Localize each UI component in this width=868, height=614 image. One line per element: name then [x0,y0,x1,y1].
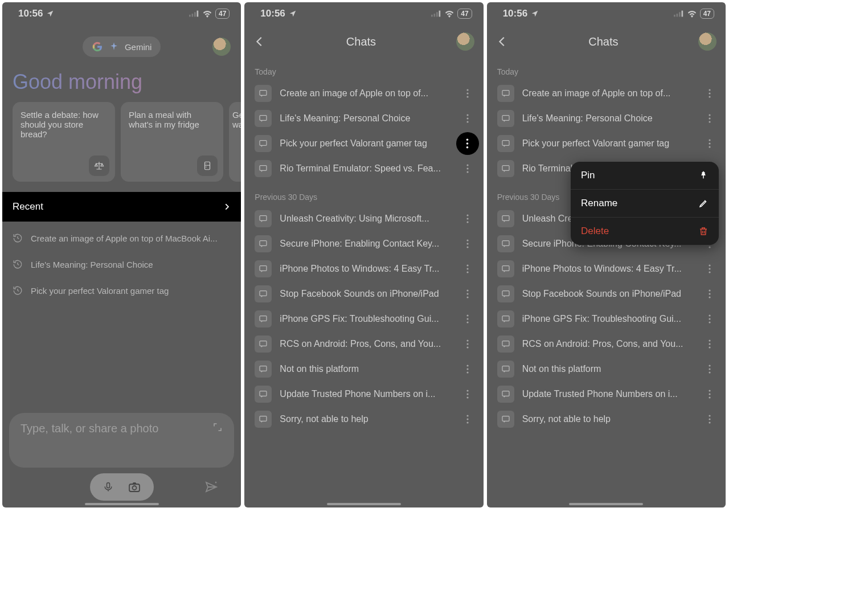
chat-item[interactable]: RCS on Android: Pros, Cons, and You... [244,331,483,357]
battery-level: 47 [457,9,472,19]
more-button[interactable] [460,386,476,402]
status-time: 10:56 [18,8,43,19]
svg-point-53 [466,365,468,366]
chat-item[interactable]: Update Trusted Phone Numbers on i... [244,382,483,407]
chevron-right-icon [223,201,231,212]
expand-icon[interactable] [212,422,223,432]
svg-point-7 [132,486,136,490]
chat-item[interactable]: Stop Facebook Sounds on iPhone/iPad [244,281,483,306]
svg-point-27 [466,171,468,173]
chat-item[interactable]: iPhone Photos to Windows: 4 Easy Tr... [244,256,483,281]
chat-item[interactable]: Create an image of Apple on top of... [487,81,726,106]
svg-rect-52 [260,366,267,371]
more-button[interactable] [460,110,476,126]
chat-item[interactable]: Pick your perfect Valorant gamer tag [487,131,726,156]
chat-icon [255,335,272,353]
more-button[interactable] [702,336,718,352]
more-button[interactable] [702,411,718,427]
chat-item[interactable]: iPhone GPS Fix: Troubleshooting Gui... [487,306,726,331]
chat-item[interactable]: Not on this platform [487,357,726,382]
svg-rect-109 [502,391,509,396]
more-button[interactable] [702,311,718,327]
chat-icon [255,386,272,403]
chat-icon [497,235,514,252]
chat-item[interactable]: iPhone Photos to Windows: 4 Easy Tr... [487,256,726,281]
chat-item[interactable]: Secure iPhone: Enabling Contact Key... [244,231,483,256]
chat-icon [255,160,272,177]
svg-point-22 [466,142,469,145]
recent-header[interactable]: Recent [2,192,241,222]
avatar[interactable] [456,32,474,51]
chat-icon [497,386,514,403]
svg-point-17 [466,114,468,116]
more-button[interactable] [702,261,718,277]
avatar[interactable] [698,32,716,51]
suggestion-card[interactable]: Plan a meal with what's in my fridge [121,102,223,182]
section-label: Today [244,56,483,81]
suggestion-card[interactable]: Ge wa [229,102,241,182]
chat-item[interactable]: iPhone GPS Fix: Troubleshooting Gui... [244,306,483,331]
more-button[interactable] [460,286,476,302]
svg-point-19 [466,121,468,122]
back-button[interactable] [496,35,509,48]
svg-point-57 [466,390,468,391]
svg-rect-113 [502,416,509,421]
svg-point-106 [709,365,710,366]
send-icon[interactable] [204,480,218,494]
chat-item[interactable]: Create an image of Apple on top of... [244,81,483,106]
more-button[interactable] [460,361,476,377]
svg-point-25 [466,164,468,166]
chat-item[interactable]: Life's Meaning: Personal Choice [244,106,483,131]
more-button[interactable] [460,161,476,177]
recent-item[interactable]: Pick your perfect Valorant gamer tag [13,277,231,304]
more-button[interactable] [702,85,718,101]
chat-item[interactable]: Not on this platform [244,357,483,382]
svg-point-50 [466,343,468,345]
more-button[interactable] [460,261,476,277]
svg-point-95 [709,293,710,294]
more-button[interactable] [460,311,476,327]
more-button[interactable] [702,286,718,302]
chat-icon [497,110,514,127]
mic-icon[interactable] [103,480,114,494]
svg-point-15 [466,96,468,97]
chat-icon [497,310,514,328]
menu-label: Rename [581,198,617,209]
more-button[interactable] [460,411,476,427]
svg-rect-2 [194,12,196,17]
prompt-input[interactable]: Type, talk, or share a photo [9,413,234,468]
more-button[interactable] [460,211,476,227]
chat-item[interactable]: Rio Terminal Emulator: Speed vs. Fea... [244,156,483,181]
recent-item[interactable]: Life's Meaning: Personal Choice [13,251,231,277]
menu-rename[interactable]: Rename [571,190,719,218]
svg-rect-105 [502,366,509,371]
chat-item[interactable]: Sorry, not able to help [244,407,483,432]
app-switcher-pill[interactable]: Gemini [83,36,161,57]
avatar[interactable] [212,38,231,56]
more-button-active[interactable] [456,132,479,155]
more-button[interactable] [702,361,718,377]
svg-point-61 [466,415,468,416]
chat-item[interactable]: Sorry, not able to help [487,407,726,432]
more-button[interactable] [702,136,718,152]
menu-pin[interactable]: Pin [571,162,719,190]
status-time: 10:56 [503,8,527,19]
chat-item[interactable]: Pick your perfect Valorant gamer tag [244,131,483,156]
more-button[interactable] [702,110,718,126]
chat-item[interactable]: Update Trusted Phone Numbers on i... [487,382,726,407]
more-button[interactable] [460,85,476,101]
more-button[interactable] [460,236,476,252]
svg-point-54 [466,368,468,370]
more-button[interactable] [702,386,718,402]
camera-icon[interactable] [128,480,141,494]
chat-item[interactable]: Life's Meaning: Personal Choice [487,106,726,131]
more-button[interactable] [460,336,476,352]
chat-item[interactable]: Stop Facebook Sounds on iPhone/iPad [487,281,726,306]
location-arrow-icon [289,10,297,18]
chat-item[interactable]: Unleash Creativity: Using Microsoft... [244,206,483,231]
chat-item[interactable]: RCS on Android: Pros, Cons, and You... [487,331,726,357]
menu-delete[interactable]: Delete [571,218,719,245]
suggestion-card[interactable]: Settle a debate: how should you store br… [13,102,115,182]
back-button[interactable] [253,35,266,48]
recent-item[interactable]: Create an image of Apple on top of MacBo… [13,225,231,251]
